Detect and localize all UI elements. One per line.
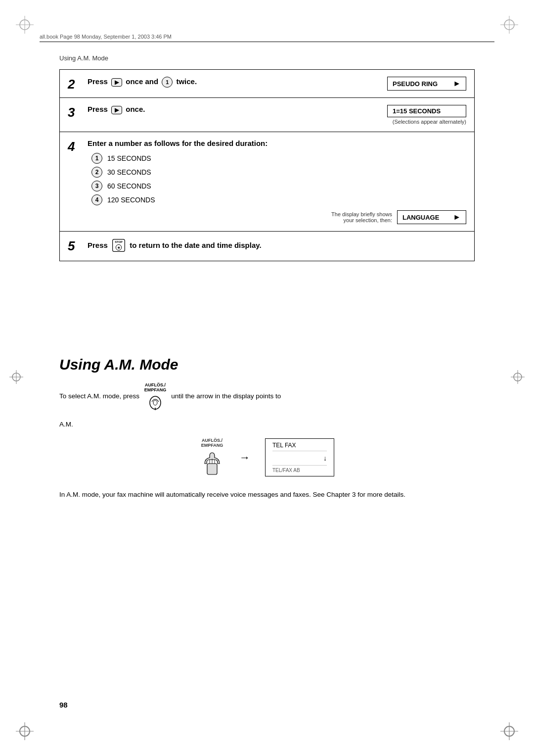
step-3-sub-note: (Selections appear alternately) — [393, 119, 466, 125]
num1-button-icon: 1 — [162, 77, 173, 88]
step-4-display-text: LANGUAGE — [402, 214, 439, 221]
header-bar: all.book Page 98 Monday, September 1, 20… — [40, 34, 494, 42]
instruction-box: 2 Press ▶ once and 1 twice. PSEUDO RING … — [59, 69, 475, 261]
aufloes-empfang-icon — [148, 393, 163, 411]
menu-button-icon: ▶ — [111, 78, 122, 87]
am-section-title: Using A.M. Mode — [59, 356, 475, 373]
step-4-arrow: ► — [453, 213, 461, 222]
am-body-text: In A.M. mode, your fax machine will auto… — [59, 489, 475, 500]
list-item-1: 1 15 SECONDS — [91, 153, 466, 164]
step-2-content: Press ▶ once and 1 twice. — [84, 77, 377, 88]
corner-mark-br — [499, 721, 519, 741]
am-display-row-3: TEL/FAX AB — [272, 465, 327, 473]
am-display-row-2: ↓ — [272, 453, 327, 463]
am-display-label-telfax-ab: TEL/FAX AB — [272, 468, 300, 473]
svg-text:★: ★ — [117, 246, 121, 249]
step-5-text: Press STOP ★ to return to the date and t… — [88, 241, 262, 249]
step-3-row: 3 Press ▶ once. 1=15 SECONDS (Selections… — [60, 98, 474, 132]
step-3-content: Press ▶ once. — [84, 105, 377, 114]
am-mode-section: Using A.M. Mode To select A.M. mode, pre… — [59, 356, 475, 500]
step-3-text: Press ▶ once. — [88, 105, 145, 113]
step-3-display: 1=15 SECONDS (Selections appear alternat… — [377, 105, 466, 125]
list-item-4: 4 120 SECONDS — [91, 194, 466, 205]
step-4-number: 4 — [68, 140, 84, 153]
step-2-display-box: PSEUDO RING ► — [387, 77, 466, 91]
step-4-display-note-text: The display briefly shows your selection… — [331, 211, 392, 223]
num-circle-4: 4 — [91, 194, 102, 205]
step3-menu-button-icon: ▶ — [111, 106, 122, 114]
am-diagram-arrow: → — [239, 451, 250, 464]
svg-point-24 — [153, 400, 157, 405]
num-circle-1: 1 — [91, 153, 102, 164]
am-intro-text-1: To select A.M. mode, press — [59, 392, 139, 400]
step-5-content: Press STOP ★ to return to the date and t… — [84, 238, 466, 254]
am-diagram: AUFLÖS./ EMPFANG → TEL FAX ↓ TEL/FAX — [59, 438, 475, 477]
step-3-display-text: 1=15 SECONDS — [393, 107, 441, 115]
list-label-3: 60 SECONDS — [107, 182, 151, 190]
am-intro-text-3: A.M. — [59, 421, 475, 428]
step-5-row: 5 Press STOP ★ to return to the date and… — [60, 232, 474, 261]
am-intro-text-2: until the arrow in the display points to — [171, 392, 281, 400]
step-4-list: 1 15 SECONDS 2 30 SECONDS 3 60 SECONDS 4… — [88, 153, 466, 205]
list-label-1: 15 SECONDS — [107, 154, 151, 162]
reg-mark-left — [9, 370, 24, 386]
step-4-content: Enter a number as follows for the desire… — [84, 139, 466, 224]
step-3-text-before: Press — [88, 105, 108, 113]
reg-mark-right — [510, 370, 525, 386]
am-display-row-1: TEL FAX — [272, 442, 327, 451]
am-intro-paragraph: To select A.M. mode, press AUFLÖS./ EMPF… — [59, 383, 475, 411]
step-2-text-middle: once and — [126, 77, 158, 86]
svg-rect-25 — [207, 464, 217, 474]
step-5-text-after: to return to the date and time display. — [130, 241, 261, 249]
am-display-area: TEL FAX ↓ TEL/FAX AB — [265, 438, 334, 476]
section-label-above-box: Using A.M. Mode — [59, 54, 108, 62]
step-2-text: Press ▶ once and 1 twice. — [88, 77, 197, 86]
step-2-display-text: PSEUDO RING — [393, 80, 438, 88]
step-2-number: 2 — [68, 78, 84, 91]
step-5-number: 5 — [68, 239, 84, 252]
step-5-press: Press — [88, 241, 108, 249]
step-4-row: 4 Enter a number as follows for the desi… — [60, 132, 474, 232]
list-item-2: 2 30 SECONDS — [91, 167, 466, 178]
step-3-number: 3 — [68, 106, 84, 119]
list-label-4: 120 SECONDS — [107, 196, 155, 204]
svg-point-22 — [150, 396, 161, 409]
num-circle-3: 3 — [91, 181, 102, 191]
list-item-3: 3 60 SECONDS — [91, 181, 466, 191]
header-text: all.book Page 98 Monday, September 1, 20… — [40, 34, 172, 40]
page-number: 98 — [59, 701, 68, 709]
corner-mark-bl — [15, 721, 35, 741]
list-label-2: 30 SECONDS — [107, 168, 151, 176]
am-diag-button-label: AUFLÖS./ EMPFANG — [201, 438, 223, 448]
step-4-display-note-area: The display briefly shows your selection… — [88, 210, 466, 224]
step-2-arrow: ► — [453, 79, 461, 88]
corner-mark-tl — [15, 15, 35, 35]
step-4-text: Enter a number as follows for the desire… — [88, 139, 267, 147]
am-diagram-button-icon — [200, 449, 224, 477]
step-4-display-box: LANGUAGE ► — [397, 210, 466, 224]
num-circle-2: 2 — [91, 167, 102, 178]
svg-text:STOP: STOP — [115, 240, 123, 243]
am-button-label: AUFLÖS./ EMPFANG — [144, 383, 167, 393]
am-display-label-tel-fax: TEL FAX — [272, 442, 296, 449]
step-2-display: PSEUDO RING ► — [377, 77, 466, 91]
step-3-display-box: 1=15 SECONDS — [387, 105, 466, 117]
step-2-text-after: twice. — [176, 77, 197, 86]
stop-button-icon: STOP ★ — [112, 238, 126, 254]
am-button-image: AUFLÖS./ EMPFANG — [200, 438, 224, 477]
step-2-text-before: Press — [88, 77, 108, 86]
corner-mark-tr — [499, 15, 519, 35]
step-2-row: 2 Press ▶ once and 1 twice. PSEUDO RING … — [60, 70, 474, 98]
am-display-arrow-down: ↓ — [323, 454, 327, 462]
step-3-text-after: once. — [126, 105, 145, 113]
